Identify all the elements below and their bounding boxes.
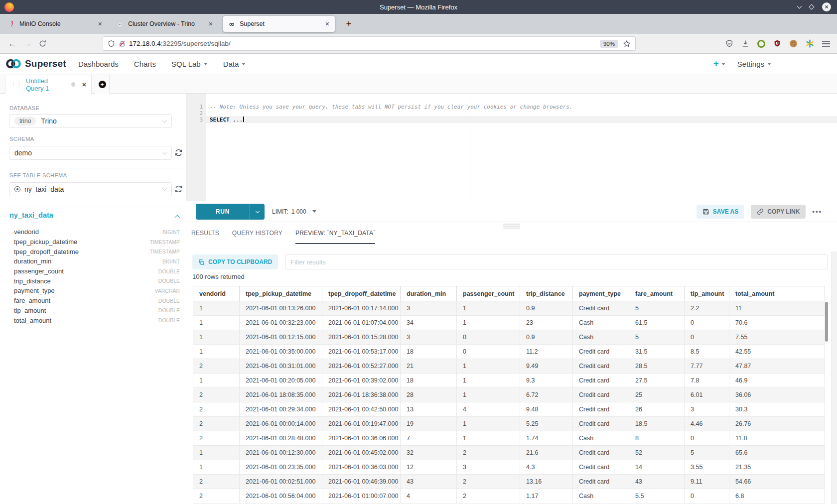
add-query-tab-button[interactable]: + [95,75,110,94]
extension-asterisk-icon[interactable] [806,39,814,48]
tab-close-icon[interactable]: × [97,20,103,28]
nav-item-data[interactable]: Data [223,60,246,68]
table-cell: 31.5 [629,345,685,359]
schema-column: tip_amountDOUBLE [14,306,180,316]
superset-wordmark[interactable]: Superset [25,58,66,69]
query-tab-close-icon[interactable]: × [82,81,86,89]
tab-query-history[interactable]: QUERY HISTORY [232,230,282,244]
browser-tabstrip: MinIO Console × Cluster Overview - Trino… [0,14,837,34]
column-header[interactable]: tpep_pickup_datetime [240,286,322,301]
pane-scrollbar-track[interactable] [831,252,837,504]
table-name-link[interactable]: ny_taxi_data [9,211,53,219]
table-cell: 18 [401,345,457,359]
table-cell: 3 [401,301,457,316]
schema-column: duration_minBIGINT [14,256,180,266]
line-number: 2 [187,110,203,117]
drag-dots-icon[interactable]: ⋮⋮ [10,81,22,88]
save-icon [702,208,709,215]
menu-hamburger-icon[interactable] [822,40,830,47]
table-cell: 1 [457,316,520,330]
lock-insecure-icon[interactable] [119,40,126,48]
new-tab-button[interactable]: + [342,17,356,31]
database-select[interactable]: trino Trino [9,114,172,128]
browser-tab-trino[interactable]: Cluster Overview - Trino × [112,16,218,32]
database-value: Trino [41,117,56,125]
table-scrollbar-thumb[interactable] [825,302,828,342]
table-cell: Credit card [573,345,629,359]
table-cell: 1 [193,460,240,475]
reload-button[interactable] [35,37,50,51]
nav-item-sqllab[interactable]: SQL Lab [171,60,208,68]
column-header[interactable]: total_amount [729,286,825,301]
column-header[interactable]: vendorid [193,286,240,301]
superset-logo-icon[interactable] [5,57,21,70]
filter-results-input[interactable] [285,254,828,269]
table-cell: 0 [685,330,729,345]
column-header[interactable]: fare_amount [629,286,685,301]
column-header[interactable]: trip_distance [520,286,573,301]
column-header[interactable]: payment_type [573,286,629,301]
column-header[interactable]: duration_min [401,286,457,301]
limit-dropdown[interactable]: LIMIT: 1 000 [272,208,316,215]
column-header[interactable]: tpep_dropoff_datetime [322,286,401,301]
ublock-shield-icon[interactable] [773,39,781,48]
tab-close-icon[interactable]: × [324,20,330,28]
query-tab-active[interactable]: ⋮⋮ Untitled Query 1 × [5,75,92,94]
schema-value: demo [14,149,32,157]
schema-column: fare_amountDOUBLE [14,296,180,306]
collapse-table-icon[interactable] [174,215,180,220]
browser-tab-minio[interactable]: MinIO Console × [3,16,108,32]
run-button[interactable]: RUN [196,204,250,220]
table-select[interactable]: ny_taxi_data [9,182,172,196]
schema-select[interactable]: demo [9,146,172,160]
extension-green-icon[interactable] [757,40,765,48]
nav-item-dashboards[interactable]: Dashboards [78,60,119,68]
window-minimize-icon[interactable] [797,4,802,9]
protections-shield-icon[interactable] [725,39,733,48]
table-cell: 2 [193,359,240,374]
copy-to-clipboard-button[interactable]: COPY TO CLIPBOARD [192,254,278,269]
database-backend-badge: trino [14,117,36,126]
bookmark-star-icon[interactable] [623,40,631,48]
window-maximize-icon[interactable] [809,4,814,9]
browser-tab-superset[interactable]: ∞ Superset × [223,16,335,32]
forward-button[interactable]: → [20,37,35,51]
copy-link-button[interactable]: COPY LINK [751,205,806,219]
back-button[interactable]: ← [5,37,20,51]
column-header[interactable]: tip_amount [685,286,729,301]
url-bar[interactable]: 172.18.0.4:32295/superset/sqllab/ 90% [103,36,636,51]
cookie-icon[interactable] [789,39,798,48]
query-tab-label: Untitled Query 1 [26,77,67,92]
refresh-schemas-icon[interactable] [174,148,183,157]
table-cell: 2.2 [685,301,729,316]
line-number: 1 [187,104,203,110]
save-as-button[interactable]: SAVE AS [697,205,744,219]
copy-icon [198,259,205,265]
column-header[interactable]: passenger_count [457,286,520,301]
tab-close-icon[interactable]: × [208,20,214,28]
table-cell: 7.8 [685,374,729,388]
schema-column-type: BIGINT [162,229,180,235]
pane-drag-handle[interactable] [503,224,520,230]
table-cell: Credit card [573,417,629,431]
settings-menu[interactable]: Settings [737,60,771,68]
schema-column-name: vendorid [14,228,39,236]
zoom-level-badge[interactable]: 90% [600,40,618,48]
window-close-icon[interactable]: × [822,2,831,11]
nav-item-charts[interactable]: Charts [134,60,156,68]
run-options-caret[interactable] [250,204,265,220]
tab-preview[interactable]: PREVIEW: `NY_TAXI_DATA` [295,230,375,244]
refresh-tables-icon[interactable] [174,185,183,194]
table-cell: 2021-06-01 00:39:02.000 [322,374,401,388]
more-options-button[interactable]: ••• [812,208,822,215]
schema-column-name: trip_distance [14,277,51,285]
table-cell: 9.48 [520,402,573,417]
sql-editor[interactable]: 1 2 3 -- Note: Unless you save your quer… [186,94,837,201]
new-object-button[interactable]: + [713,58,725,69]
chevron-down-icon [204,63,208,65]
downloads-icon[interactable] [741,39,749,48]
tab-results[interactable]: RESULTS [191,230,219,244]
link-icon [757,208,764,215]
shield-icon[interactable] [108,40,115,48]
results-table: vendoridtpep_pickup_datetimetpep_dropoff… [193,286,825,504]
